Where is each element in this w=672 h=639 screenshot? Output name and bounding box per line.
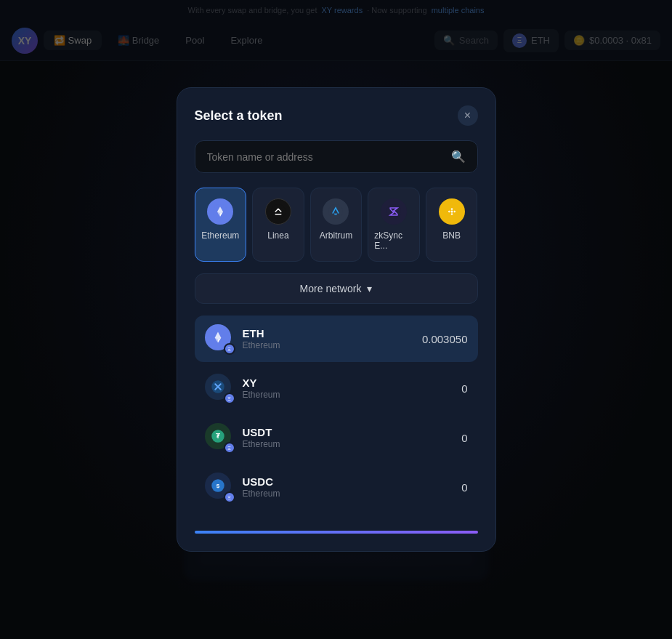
token-network-usdc: Ethereum — [243, 489, 462, 499]
modal-header: Select a token × — [195, 105, 478, 126]
token-balance-eth: 0.003050 — [422, 333, 468, 345]
search-box[interactable]: 🔍 — [195, 140, 478, 173]
network-chip-bnb[interactable]: BNB — [426, 188, 478, 262]
token-info-usdc: USDC Ethereum — [243, 475, 462, 499]
token-info-eth: ETH Ethereum — [243, 327, 422, 350]
token-network-eth: Ethereum — [243, 340, 422, 350]
token-icon-usdc: $ Ξ — [205, 473, 234, 502]
close-icon: × — [464, 109, 471, 122]
token-network-xy: Ethereum — [243, 390, 462, 400]
xy-sub-icon: Ξ — [224, 393, 235, 404]
modal-overlay: Select a token × 🔍 Ethere — [0, 0, 672, 639]
token-symbol-eth: ETH — [243, 327, 422, 339]
token-item-usdc[interactable]: $ Ξ USDC Ethereum 0 — [195, 464, 478, 510]
token-icon-usdt: ₮ Ξ — [205, 423, 234, 452]
token-symbol-xy: XY — [243, 377, 462, 389]
network-chip-zksync[interactable]: zkSync E... — [368, 188, 420, 262]
network-label-ethereum: Ethereum — [201, 230, 239, 241]
token-item-eth[interactable]: Ξ ETH Ethereum 0.003050 — [195, 316, 478, 362]
ethereum-icon — [207, 198, 233, 225]
token-symbol-usdc: USDC — [243, 475, 462, 488]
select-token-modal: Select a token × 🔍 Ethere — [177, 87, 496, 552]
token-item-usdt[interactable]: ₮ Ξ USDT Ethereum 0 — [195, 414, 478, 461]
eth-sub-icon: Ξ — [224, 343, 235, 355]
token-item-xy[interactable]: Ξ XY Ethereum 0 — [195, 365, 478, 411]
network-label-linea: Linea — [267, 230, 288, 241]
linea-icon — [265, 198, 291, 225]
search-input[interactable] — [207, 151, 444, 163]
svg-point-1 — [271, 204, 286, 219]
more-network-button[interactable]: More network ▾ — [195, 273, 478, 304]
usdt-sub-icon: Ξ — [224, 442, 235, 454]
token-icon-eth: Ξ — [205, 324, 234, 353]
svg-point-3 — [386, 204, 401, 219]
token-network-usdt: Ethereum — [243, 439, 462, 449]
token-icon-xy: Ξ — [205, 374, 234, 403]
bnb-icon — [439, 198, 465, 225]
chevron-down-icon: ▾ — [367, 283, 372, 294]
network-label-bnb: BNB — [442, 230, 461, 241]
token-list: Ξ ETH Ethereum 0.003050 Ξ — [195, 316, 478, 519]
svg-text:₮: ₮ — [216, 433, 220, 440]
zksync-icon — [381, 198, 407, 225]
arbitrum-icon — [323, 198, 349, 225]
network-label-zksync: zkSync E... — [374, 230, 413, 251]
scroll-indicator — [195, 531, 478, 534]
network-selector: Ethereum Linea — [195, 188, 478, 262]
network-chip-arbitrum[interactable]: Arbitrum — [310, 188, 363, 262]
token-info-usdt: USDT Ethereum — [243, 426, 462, 449]
search-icon: 🔍 — [451, 150, 466, 164]
svg-text:$: $ — [216, 483, 219, 489]
token-info-xy: XY Ethereum — [243, 377, 462, 400]
token-balance-usdt: 0 — [461, 432, 467, 444]
network-chip-ethereum[interactable]: Ethereum — [195, 188, 247, 262]
token-balance-usdc: 0 — [461, 481, 467, 494]
network-chip-linea[interactable]: Linea — [252, 188, 304, 262]
modal-close-button[interactable]: × — [458, 105, 478, 126]
token-balance-xy: 0 — [461, 382, 467, 395]
svg-point-2 — [328, 204, 343, 219]
token-symbol-usdt: USDT — [243, 426, 462, 438]
usdc-sub-icon: Ξ — [224, 491, 235, 503]
token-item-1inch[interactable]: 1↔ Ξ 1INCH Ethereum 0 — [195, 513, 478, 519]
network-label-arbitrum: Arbitrum — [320, 230, 352, 241]
more-network-label: More network — [300, 283, 362, 294]
modal-title: Select a token — [195, 108, 283, 124]
